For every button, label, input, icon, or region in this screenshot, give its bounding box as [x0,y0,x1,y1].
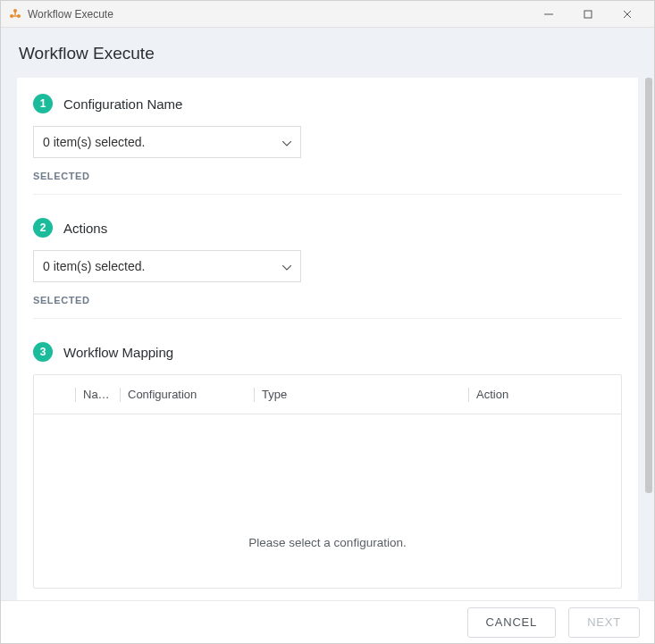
cancel-button[interactable]: CANCEL [467,607,557,638]
client-area: Workflow Execute 1 Configuration Name 0 … [1,28,654,643]
page-title: Workflow Execute [19,44,636,63]
step-title-mapping: Workflow Mapping [63,345,173,360]
mapping-empty-message: Please select a configuration. [34,536,621,549]
app-window: Workflow Execute Workflow Execute 1 Conf… [0,0,655,644]
divider [33,318,622,319]
selected-label-configuration: SELECTED [33,171,622,181]
footer: CANCEL NEXT [1,600,654,643]
caret-down-icon [282,259,291,273]
step-head: 1 Configuration Name [33,94,622,113]
mapping-table-header: Na… Configuration Type Action [34,375,621,414]
actions-dropdown[interactable]: 0 item(s) selected. [33,250,301,282]
next-button[interactable]: NEXT [568,607,640,638]
maximize-button[interactable] [568,2,608,27]
step-badge-1: 1 [33,94,53,113]
window-title: Workflow Execute [28,8,529,21]
mapping-table: Na… Configuration Type Action Please sel… [33,374,622,589]
step-title-configuration: Configuration Name [63,96,182,112]
step-badge-3: 3 [33,342,53,362]
close-button[interactable] [608,2,647,27]
column-header-type[interactable]: Type [254,388,468,402]
scrollbar[interactable] [642,78,654,600]
divider [33,194,622,195]
configuration-dropdown-value: 0 item(s) selected. [43,135,145,149]
svg-rect-4 [13,15,18,16]
page-header: Workflow Execute [1,28,654,78]
caret-down-icon [282,135,291,149]
scrollbar-thumb[interactable] [645,78,652,493]
step-badge-2: 2 [33,218,53,238]
titlebar: Workflow Execute [1,1,654,28]
step-configuration: 1 Configuration Name 0 item(s) selected.… [33,94,622,218]
step-mapping: 3 Workflow Mapping Na… Configuration Typ… [33,342,622,596]
column-header-action[interactable]: Action [468,388,612,402]
column-header-name[interactable]: Na… [75,388,120,402]
actions-dropdown-value: 0 item(s) selected. [43,259,145,273]
step-actions: 2 Actions 0 item(s) selected. SELECTED [33,218,622,342]
svg-rect-3 [14,12,15,15]
column-header-configuration[interactable]: Configuration [120,388,254,402]
step-head: 3 Workflow Mapping [33,342,622,362]
minimize-button[interactable] [529,2,568,27]
configuration-dropdown[interactable]: 0 item(s) selected. [33,126,301,158]
content-card: 1 Configuration Name 0 item(s) selected.… [17,78,638,600]
svg-rect-6 [584,11,592,18]
step-head: 2 Actions [33,218,622,238]
scroll-area: 1 Configuration Name 0 item(s) selected.… [1,78,654,600]
selected-label-actions: SELECTED [33,295,622,305]
step-title-actions: Actions [63,221,107,236]
app-icon [8,7,22,21]
